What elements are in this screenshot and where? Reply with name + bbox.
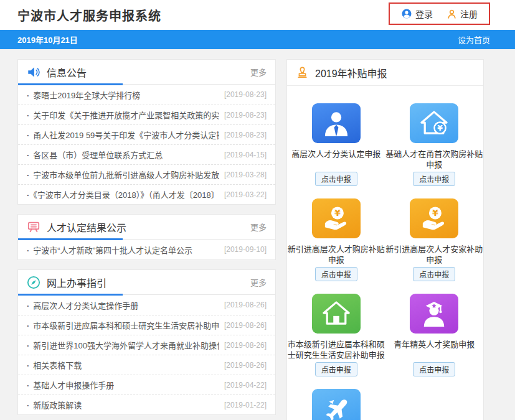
item-text: 关于印发《关于推进开放揽才产业聚智相关政策的实施细则》 ... [27,109,219,121]
item-text: 市本级新引进应届本科和硕士研究生生活安居补助申报手册 [27,319,219,331]
login-user-icon [401,8,412,19]
register-button[interactable]: 注册 [446,7,478,20]
results-card: 人才认定结果公示 更多 宁波市“人才新政”第四十批人才认定名单公示[2019-0… [17,214,276,260]
stamp-icon [296,66,309,79]
item-date: [2019-08-26] [224,301,267,309]
header-underline [18,294,123,296]
item-date: [2019-08-23] [224,90,267,99]
subsidy-tile-label: 新引进高层次人才安家补助申报 [385,244,483,267]
svg-text:¥: ¥ [432,208,438,218]
guides-header: 网上办事指引 更多 [18,270,275,295]
item-date: [2019-08-23] [224,131,267,139]
login-button[interactable]: 登录 [401,7,433,20]
announcement-item[interactable]: 宁波市本级单位前九批新引进高级人才购房补贴发放名单汇总...[2019-03-2… [18,164,275,184]
item-text: 甬人社发2019 59号关于印发《宁波市人才分类认定操作细则... [27,129,219,141]
set-homepage-link[interactable]: 设为首页 [458,34,490,45]
subsidy-title: 2019年补贴申报 [315,65,475,80]
guide-item[interactable]: 高层次人才分类认定操作手册[2019-08-26] [18,295,275,315]
subsidy-tile-label: 青年精英人才奖励申报 [385,339,483,362]
announcements-title: 信息公告 [47,65,244,80]
right-column: 2019年补贴申报 高层次人才分类认定申报 点击申报 ¥ 基础人才在甬首次购房 [286,59,484,420]
subsidy-tile: 青年精英人才奖励申报 点击申报 [385,294,484,376]
item-text: 《宁波市人才分类目录（2018）》（甬人才发〔2018〕5号） [27,189,219,200]
subsidy-tiles: 高层次人才分类认定申报 点击申报 ¥ 基础人才在甬首次购房补贴申报 点击申报 ¥ [287,86,483,420]
subsidy-tile: ¥ 基础人才在甬首次购房补贴申报 点击申报 [385,103,484,186]
item-date: [2019-09-10] [224,245,267,254]
subsidy-tile: 高层次人才分类认定申报 点击申报 [287,103,385,186]
compass-icon [27,276,40,289]
item-text: 相关表格下载 [27,359,219,371]
subsidy-tile: ¥ 新引进高层次人才购房补贴申报 点击申报 [287,198,385,281]
item-text: 高层次人才分类认定操作手册 [27,299,219,311]
speaker-icon [27,65,40,79]
apply-button[interactable]: 点击申报 [315,172,357,186]
announcement-item[interactable]: 各区县（市）受理单位联系方式汇总[2019-04-15] [18,144,275,164]
apply-button[interactable]: 点击申报 [413,267,455,281]
item-text: 泰晤士2019年全球大学排行榜 [27,89,219,101]
apply-button[interactable]: 点击申报 [413,172,455,186]
graduate-icon[interactable] [410,294,458,334]
apply-button[interactable]: 点击申报 [315,362,357,376]
site-title: 宁波市人才服务申报系统 [17,6,161,24]
house-yen-icon[interactable]: ¥ [410,103,458,143]
guide-item[interactable]: 新版政策解读[2019-01-22] [18,394,275,414]
guides-title: 网上办事指引 [47,275,244,290]
result-item[interactable]: 宁波市“人才新政”第四十批人才认定名单公示[2019-09-10] [18,240,275,259]
item-date: [2019-08-23] [224,111,267,119]
guide-item[interactable]: 基础人才申报操作手册[2019-04-22] [18,375,275,394]
guides-more-link[interactable]: 更多 [250,276,267,288]
item-text: 各区县（市）受理单位联系方式汇总 [27,149,219,161]
apply-button[interactable]: 点击申报 [413,362,455,376]
subsidy-tile: ¥ 新引进高层次人才安家补助申报 点击申报 [385,198,484,281]
results-title: 人才认定结果公示 [47,220,244,235]
date-bar: 2019年10月21日 设为首页 [0,30,515,49]
item-text: 新引进世界100强大学海外留学人才来甬就业补助操作手册 [27,339,219,351]
item-date: [2019-03-22] [224,190,267,199]
announcements-header: 信息公告 更多 [18,60,275,85]
results-more-link[interactable]: 更多 [250,221,267,233]
auth-box: 登录 注册 [389,2,490,25]
svg-text:¥: ¥ [437,123,443,133]
subsidy-tile-label: 高层次人才分类认定申报 [287,149,385,172]
item-date: [2019-01-22] [224,401,267,409]
item-text: 基础人才申报操作手册 [27,379,219,391]
businessman-icon[interactable] [312,103,361,143]
hand-yen-icon[interactable]: ¥ [410,198,458,238]
header-underline [18,238,123,240]
apply-button[interactable]: 点击申报 [315,267,357,281]
item-date: [2019-03-28] [224,170,267,179]
announcement-item[interactable]: 关于印发《关于推进开放揽才产业聚智相关政策的实施细则》 ...[2019-08-… [18,105,275,124]
header-underline [18,83,123,85]
item-text: 宁波市“人才新政”第四十批人才认定名单公示 [27,244,219,256]
item-date: [2019-08-26] [224,341,267,350]
current-date: 2019年10月21日 [17,34,78,45]
plane-icon[interactable] [312,389,361,420]
left-column: 信息公告 更多 泰晤士2019年全球大学排行榜[2019-08-23] 关于印发… [17,59,276,420]
hand-yen-icon[interactable]: ¥ [312,198,361,238]
subsidy-tile-label: 基础人才在甬首次购房补贴申报 [385,149,483,172]
register-label: 注册 [460,7,478,20]
announcement-item[interactable]: 《宁波市人才分类目录（2018）》（甬人才发〔2018〕5号）[2019-03-… [18,184,275,204]
subsidy-tile: 市本级新引进应届本科和硕士研究生生活安居补助申报 点击申报 [287,294,385,376]
item-date: [2019-08-26] [224,361,267,370]
guide-item[interactable]: 市本级新引进应届本科和硕士研究生生活安居补助申报手册[2019-08-26] [18,315,275,335]
register-user-icon [446,9,457,19]
house-icon[interactable] [312,294,361,334]
announcements-more-link[interactable]: 更多 [250,66,267,78]
login-label: 登录 [415,7,433,20]
svg-text:¥: ¥ [334,208,341,218]
item-text: 宁波市本级单位前九批新引进高级人才购房补贴发放名单汇总... [27,169,219,180]
guide-item[interactable]: 新引进世界100强大学海外留学人才来甬就业补助操作手册[2019-08-26] [18,335,275,355]
subsidy-card: 2019年补贴申报 高层次人才分类认定申报 点击申报 ¥ 基础人才在甬首次购房 [286,59,484,420]
item-text: 新版政策解读 [27,399,219,411]
announcement-item[interactable]: 甬人社发2019 59号关于印发《宁波市人才分类认定操作细则...[2019-0… [18,124,275,144]
announcements-card: 信息公告 更多 泰晤士2019年全球大学排行榜[2019-08-23] 关于印发… [17,59,276,205]
subsidy-tile-label: 市本级新引进应届本科和硕士研究生生活安居补助申报 [287,339,385,362]
item-date: [2019-04-22] [224,381,267,390]
subsidy-header: 2019年补贴申报 [287,60,483,86]
guide-item[interactable]: 相关表格下载[2019-08-26] [18,355,275,375]
subsidy-tile-label: 新引进高层次人才购房补贴申报 [287,244,385,267]
main-content: 信息公告 更多 泰晤士2019年全球大学排行榜[2019-08-23] 关于印发… [0,49,515,420]
item-date: [2019-08-26] [224,321,267,330]
announcement-item[interactable]: 泰晤士2019年全球大学排行榜[2019-08-23] [18,85,275,105]
